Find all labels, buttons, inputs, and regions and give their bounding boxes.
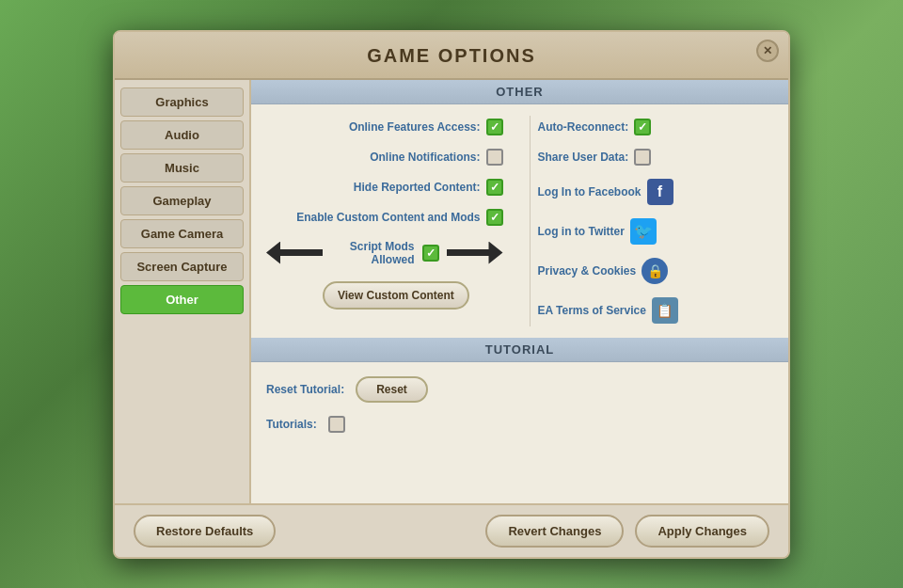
- right-options: Auto-Reconnect: Share User Data: Log In …: [530, 116, 774, 326]
- hide-reported-label: Hide Reported Content:: [354, 181, 481, 194]
- share-user-data-row: Share User Data:: [538, 146, 774, 168]
- tutorials-label: Tutorials:: [266, 418, 317, 431]
- privacy-icon[interactable]: 🔒: [642, 258, 668, 284]
- modal-footer: Restore Defaults Revert Changes Apply Ch…: [115, 503, 788, 557]
- sidebar-item-game-camera[interactable]: Game Camera: [120, 219, 244, 248]
- tutorial-section-content: Reset Tutorial: Reset Tutorials:: [251, 362, 788, 447]
- tutorials-checkbox[interactable]: [328, 416, 345, 433]
- auto-reconnect-row: Auto-Reconnect:: [538, 116, 774, 138]
- sidebar-item-gameplay[interactable]: Gameplay: [120, 186, 244, 215]
- modal-overlay: Game Options ✕ Graphics Audio Music Game…: [0, 0, 903, 588]
- twitter-icon[interactable]: 🐦: [630, 218, 657, 245]
- close-button[interactable]: ✕: [756, 40, 779, 62]
- arrow-right-icon: [447, 242, 503, 264]
- apply-changes-button[interactable]: Apply Changes: [635, 515, 769, 548]
- sidebar-item-screen-capture[interactable]: Screen Capture: [120, 252, 244, 281]
- enable-custom-checkbox[interactable]: [486, 209, 503, 226]
- tutorials-row: Tutorials:: [266, 413, 773, 436]
- login-facebook-row: Log In to Facebook f: [538, 176, 774, 208]
- hide-reported-checkbox[interactable]: [486, 179, 503, 196]
- script-mods-row: Script Mods Allowed: [266, 236, 503, 270]
- left-options: Online Features Access: Online Notificat…: [266, 116, 511, 326]
- login-facebook-label: Log In to Facebook: [538, 185, 642, 199]
- online-features-checkbox[interactable]: [486, 119, 503, 135]
- tutorial-section-header: Tutorial: [251, 338, 788, 362]
- online-features-label: Online Features Access:: [349, 120, 481, 134]
- terms-icon[interactable]: 📋: [652, 297, 678, 324]
- share-user-data-checkbox[interactable]: [634, 149, 651, 166]
- reset-tutorial-row: Reset Tutorial: Reset: [266, 373, 773, 405]
- script-mods-checkbox[interactable]: [422, 245, 439, 262]
- login-twitter-label: Log in to Twitter: [538, 225, 625, 238]
- main-content: Other Online Features Access: Online Not…: [251, 80, 788, 503]
- ea-terms-label: EA Terms of Service: [538, 304, 646, 317]
- sidebar-item-other[interactable]: Other: [120, 285, 244, 314]
- sidebar-item-audio[interactable]: Audio: [120, 120, 244, 150]
- view-custom-content-button[interactable]: View Custom Content: [323, 281, 469, 310]
- auto-reconnect-label: Auto-Reconnect:: [538, 120, 629, 134]
- other-section-header: Other: [251, 80, 788, 104]
- hide-reported-row: Hide Reported Content:: [266, 176, 503, 199]
- privacy-cookies-label: Privacy & Cookies: [538, 264, 637, 278]
- online-notifications-row: Online Notifications:: [266, 146, 503, 168]
- script-mods-label: Script Mods Allowed: [330, 240, 415, 266]
- online-notifications-checkbox[interactable]: [486, 149, 503, 166]
- modal-body: Graphics Audio Music Gameplay Game Camer…: [115, 80, 788, 503]
- view-custom-container: View Custom Content: [323, 278, 503, 310]
- facebook-icon[interactable]: f: [647, 179, 673, 205]
- other-section-content: Online Features Access: Online Notificat…: [251, 104, 788, 338]
- share-user-data-label: Share User Data:: [538, 151, 629, 164]
- footer-right-buttons: Revert Changes Apply Changes: [485, 515, 769, 548]
- tutorial-section: Tutorial Reset Tutorial: Reset Tutorials…: [251, 338, 788, 447]
- sidebar-item-music[interactable]: Music: [120, 153, 244, 183]
- reset-button[interactable]: Reset: [356, 376, 428, 403]
- online-notifications-label: Online Notifications:: [370, 151, 480, 164]
- sidebar-item-graphics[interactable]: Graphics: [120, 87, 244, 117]
- revert-changes-button[interactable]: Revert Changes: [485, 515, 624, 548]
- privacy-cookies-row: Privacy & Cookies 🔒: [538, 255, 774, 287]
- restore-defaults-button[interactable]: Restore Defaults: [134, 515, 276, 548]
- options-grid: Online Features Access: Online Notificat…: [266, 116, 773, 326]
- game-options-modal: Game Options ✕ Graphics Audio Music Game…: [113, 30, 790, 559]
- enable-custom-row: Enable Custom Content and Mods: [266, 206, 503, 229]
- modal-title: Game Options: [367, 45, 536, 66]
- modal-header: Game Options ✕: [115, 32, 788, 80]
- auto-reconnect-checkbox[interactable]: [634, 119, 651, 135]
- login-twitter-row: Log in to Twitter 🐦: [538, 215, 774, 247]
- sidebar: Graphics Audio Music Gameplay Game Camer…: [115, 80, 251, 503]
- online-features-row: Online Features Access:: [266, 116, 503, 138]
- ea-terms-row: EA Terms of Service 📋: [538, 294, 774, 326]
- arrow-left-icon: [266, 242, 323, 264]
- reset-tutorial-label: Reset Tutorial:: [266, 383, 344, 396]
- enable-custom-label: Enable Custom Content and Mods: [296, 211, 480, 224]
